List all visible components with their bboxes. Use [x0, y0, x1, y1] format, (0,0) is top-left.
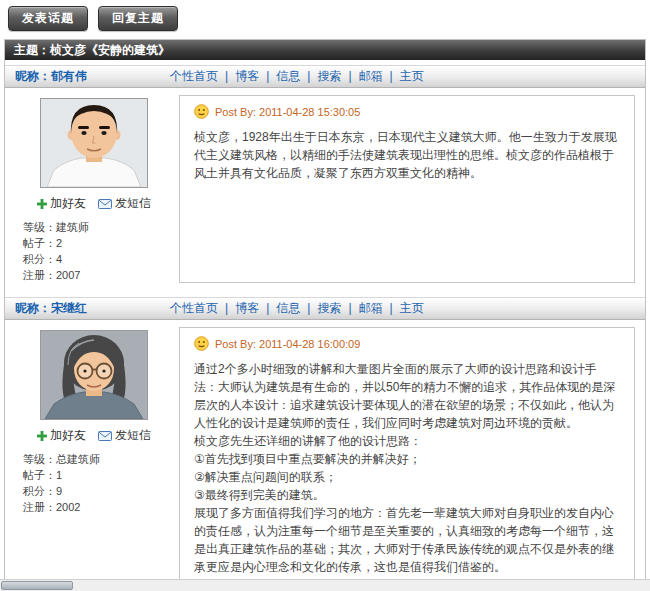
nav-separator: | — [225, 298, 228, 319]
stat-posts: 帖子：2 — [23, 235, 173, 251]
author-sidebar: 加好友 发短信 等级：建筑师 帖子：2 积分：4 注册：20 — [15, 95, 173, 283]
author-nav-links: 个性首页 | 博客 | 信息 | 搜索 | 邮箱 | 主页 — [170, 66, 424, 87]
stat-registered: 注册：2002 — [23, 499, 173, 515]
post-by-timestamp: Post By: 2011-04-28 15:30:05 — [215, 106, 360, 118]
smiley-icon — [194, 336, 209, 351]
plus-icon — [37, 199, 47, 209]
post-by-row: Post By: 2011-04-28 15:30:05 — [194, 104, 620, 119]
avatar — [40, 330, 148, 420]
post-content-box: Post By: 2011-04-28 15:30:05 桢文彦，1928年出生… — [179, 95, 635, 283]
scrollbar-thumb[interactable] — [1, 581, 73, 590]
post-content-box: Post By: 2011-04-28 16:00:09 通过2个多小时细致的讲… — [179, 327, 635, 587]
post-author-nickname: 昵称：郁有伟 — [5, 66, 170, 87]
nav-separator: | — [348, 66, 351, 87]
topic-title-bar: 主题：桢文彦《安静的建筑》 — [5, 40, 645, 60]
stat-points: 积分：9 — [23, 483, 173, 499]
send-message-button[interactable]: 发短信 — [98, 427, 151, 444]
author-stats: 等级：总建筑师 帖子：1 积分：9 注册：2002 — [15, 451, 173, 515]
stat-level: 等级：建筑师 — [23, 219, 173, 235]
post-header: 昵称：郁有伟 个性首页 | 博客 | 信息 | 搜索 | 邮箱 | 主页 — [5, 65, 645, 88]
add-friend-button[interactable]: 加好友 — [37, 195, 86, 212]
send-message-button[interactable]: 发短信 — [98, 195, 151, 212]
stat-registered: 注册：2007 — [23, 267, 173, 283]
nav-link-info[interactable]: 信息 — [276, 298, 300, 319]
topic-title: 主题：桢文彦《安静的建筑》 — [14, 43, 170, 57]
post-content-text: 通过2个多小时细致的讲解和大量图片全面的展示了大师的设计思路和设计手法：大师认为… — [194, 360, 620, 576]
nav-link-profile-home[interactable]: 个性首页 — [170, 298, 218, 319]
forum-thread-page: 发表话题 回复主题 主题：桢文彦《安静的建筑》 昵称：郁有伟 个性首页 | 博客… — [0, 0, 650, 591]
nav-separator: | — [225, 66, 228, 87]
send-message-label: 发短信 — [115, 195, 151, 212]
author-actions: 加好友 发短信 — [15, 195, 173, 212]
post-body: 加好友 发短信 等级：总建筑师 帖子：1 积分：9 注册：2 — [5, 320, 645, 591]
nav-separator: | — [390, 298, 393, 319]
nav-link-homepage[interactable]: 主页 — [400, 66, 424, 87]
author-stats: 等级：建筑师 帖子：2 积分：4 注册：2007 — [15, 219, 173, 283]
nav-separator: | — [307, 298, 310, 319]
post-item-1: 昵称：郁有伟 个性首页 | 博客 | 信息 | 搜索 | 邮箱 | 主页 — [5, 65, 645, 292]
male-avatar-illustration — [41, 99, 147, 187]
nav-link-homepage[interactable]: 主页 — [400, 298, 424, 319]
horizontal-scrollbar[interactable] — [0, 579, 650, 591]
plus-icon — [37, 431, 47, 441]
nav-separator: | — [390, 66, 393, 87]
nav-separator: | — [348, 298, 351, 319]
post-by-timestamp: Post By: 2011-04-28 16:00:09 — [215, 338, 360, 350]
post-topic-button[interactable]: 发表话题 — [8, 6, 88, 31]
avatar — [40, 98, 148, 188]
post-body: 加好友 发短信 等级：建筑师 帖子：2 积分：4 注册：20 — [5, 88, 645, 292]
stat-posts: 帖子：1 — [23, 467, 173, 483]
envelope-icon — [98, 431, 112, 441]
nav-separator: | — [266, 298, 269, 319]
author-nav-links: 个性首页 | 博客 | 信息 | 搜索 | 邮箱 | 主页 — [170, 298, 424, 319]
add-friend-label: 加好友 — [50, 427, 86, 444]
nav-link-search[interactable]: 搜索 — [317, 66, 341, 87]
post-content-text: 桢文彦，1928年出生于日本东京，日本现代主义建筑大师。他一生致力于发展现代主义… — [194, 128, 620, 182]
nav-separator: | — [266, 66, 269, 87]
post-by-row: Post By: 2011-04-28 16:00:09 — [194, 336, 620, 351]
stat-points: 积分：4 — [23, 251, 173, 267]
nav-link-blog[interactable]: 博客 — [235, 298, 259, 319]
nav-link-profile-home[interactable]: 个性首页 — [170, 66, 218, 87]
add-friend-button[interactable]: 加好友 — [37, 427, 86, 444]
nav-link-search[interactable]: 搜索 — [317, 298, 341, 319]
post-author-nickname: 昵称：宋继红 — [5, 298, 170, 319]
post-header: 昵称：宋继红 个性首页 | 博客 | 信息 | 搜索 | 邮箱 | 主页 — [5, 297, 645, 320]
post-item-2: 昵称：宋继红 个性首页 | 博客 | 信息 | 搜索 | 邮箱 | 主页 — [5, 297, 645, 591]
reply-topic-button[interactable]: 回复主题 — [98, 6, 178, 31]
smiley-icon — [194, 104, 209, 119]
nav-link-blog[interactable]: 博客 — [235, 66, 259, 87]
nav-link-info[interactable]: 信息 — [276, 66, 300, 87]
add-friend-label: 加好友 — [50, 195, 86, 212]
nav-link-mail[interactable]: 邮箱 — [359, 298, 383, 319]
author-sidebar: 加好友 发短信 等级：总建筑师 帖子：1 积分：9 注册：2 — [15, 327, 173, 587]
nav-link-mail[interactable]: 邮箱 — [359, 66, 383, 87]
envelope-icon — [98, 199, 112, 209]
nav-separator: | — [307, 66, 310, 87]
thread-board: 主题：桢文彦《安静的建筑》 昵称：郁有伟 个性首页 | 博客 | 信息 | 搜索… — [4, 39, 646, 591]
send-message-label: 发短信 — [115, 427, 151, 444]
stat-level: 等级：总建筑师 — [23, 451, 173, 467]
thread-toolbar: 发表话题 回复主题 — [0, 0, 650, 37]
female-avatar-illustration — [41, 331, 147, 419]
author-actions: 加好友 发短信 — [15, 427, 173, 444]
